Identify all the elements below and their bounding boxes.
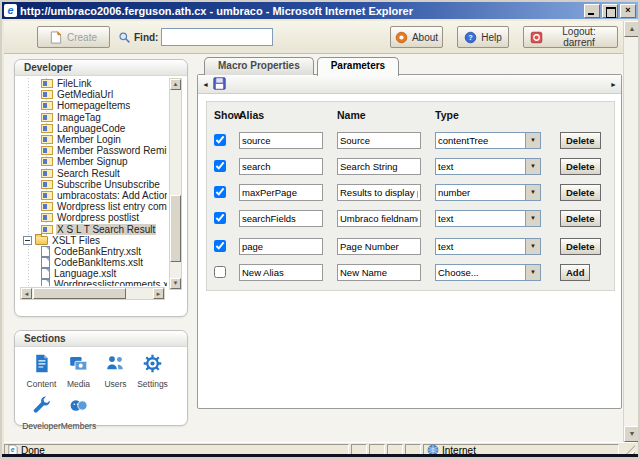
alias-input[interactable] bbox=[239, 132, 323, 149]
type-select[interactable]: text▼ bbox=[435, 158, 541, 175]
dropdown-arrow-icon[interactable]: ▼ bbox=[525, 265, 540, 280]
type-select[interactable]: text▼ bbox=[435, 210, 541, 227]
dropdown-arrow-icon[interactable]: ▼ bbox=[525, 211, 540, 226]
delete-button[interactable]: Delete bbox=[560, 184, 601, 201]
collapse-toggle-icon[interactable] bbox=[23, 236, 32, 245]
tree-item-filelink[interactable]: FileLink bbox=[19, 78, 167, 89]
strip-right-arrow-icon[interactable]: ► bbox=[610, 81, 617, 88]
macro-icon bbox=[41, 157, 53, 166]
macro-icon bbox=[41, 202, 53, 211]
name-input[interactable] bbox=[337, 184, 421, 201]
dropdown-arrow-icon[interactable]: ▼ bbox=[525, 239, 540, 254]
tree-item-member-password-reminder[interactable]: Member Password Reminder bbox=[19, 145, 167, 156]
name-input[interactable] bbox=[337, 238, 421, 255]
tree-item-label: Search Result bbox=[56, 168, 121, 179]
show-checkbox[interactable] bbox=[214, 134, 226, 146]
tree-item-codebankentry-xslt[interactable]: CodeBankEntry.xslt bbox=[19, 246, 167, 257]
close-button[interactable]: × bbox=[620, 4, 636, 18]
browser-window: e http://umbraco2006.ferguson.ath.cx - u… bbox=[0, 0, 640, 459]
tree-item-subscribe-unsubscribe[interactable]: Subscribe Unsubscribe bbox=[19, 179, 167, 190]
name-input[interactable] bbox=[337, 264, 421, 281]
parameter-row: number▼Delete bbox=[207, 184, 614, 204]
tree-item-wordpress-list-entry-comments[interactable]: Wordpress list entry comments bbox=[19, 201, 167, 212]
window-title: http://umbraco2006.ferguson.ath.cx - umb… bbox=[20, 5, 584, 17]
delete-button[interactable]: Delete bbox=[560, 210, 601, 227]
tree-vertical-scrollbar[interactable]: ▲ ▼ bbox=[169, 78, 182, 290]
page-vertical-scrollbar[interactable]: ▲ ▼ bbox=[623, 21, 640, 442]
delete-button[interactable]: Delete bbox=[560, 158, 601, 175]
section-users[interactable]: Users bbox=[97, 353, 134, 391]
tab-macro-properties[interactable]: Macro Properties bbox=[204, 57, 314, 75]
tree-item-languagecode[interactable]: LanguageCode bbox=[19, 123, 167, 134]
create-button[interactable]: Create bbox=[37, 26, 110, 48]
section-media[interactable]: Media bbox=[60, 353, 97, 391]
macro-icon bbox=[41, 79, 53, 88]
scroll-up-icon[interactable]: ▲ bbox=[170, 79, 181, 90]
dropdown-arrow-icon[interactable]: ▼ bbox=[525, 185, 540, 200]
add-button[interactable]: Add bbox=[560, 264, 590, 281]
help-label: Help bbox=[481, 32, 502, 43]
scroll-down-icon[interactable]: ▼ bbox=[170, 278, 181, 289]
type-select[interactable]: Choose...▼ bbox=[435, 264, 541, 281]
find-input[interactable] bbox=[161, 28, 273, 46]
col-header-name: Name bbox=[337, 109, 366, 121]
section-label: Members bbox=[61, 421, 96, 431]
type-select-value: number bbox=[436, 187, 525, 198]
tree-item-member-signup[interactable]: Member Signup bbox=[19, 156, 167, 167]
about-button[interactable]: About bbox=[390, 26, 443, 48]
alias-input[interactable] bbox=[239, 184, 323, 201]
alias-input[interactable] bbox=[239, 264, 323, 281]
section-settings[interactable]: Settings bbox=[134, 353, 171, 391]
show-checkbox[interactable] bbox=[214, 240, 226, 252]
tree-item-member-login[interactable]: Member Login bbox=[19, 134, 167, 145]
alias-input[interactable] bbox=[239, 158, 323, 175]
name-input[interactable] bbox=[337, 210, 421, 227]
name-input[interactable] bbox=[337, 158, 421, 175]
file-icon bbox=[41, 279, 50, 286]
tree-item-search-result[interactable]: Search Result bbox=[19, 168, 167, 179]
dropdown-arrow-icon[interactable]: ▼ bbox=[525, 159, 540, 174]
macro-icon bbox=[41, 101, 53, 110]
maximize-button[interactable] bbox=[602, 4, 618, 18]
tree-scroll-thumb[interactable] bbox=[170, 195, 181, 262]
section-content[interactable]: Content bbox=[23, 353, 60, 391]
dropdown-arrow-icon[interactable]: ▼ bbox=[525, 133, 540, 148]
tree-item-umbracostats-add-action[interactable]: umbracostats: Add Action bbox=[19, 190, 167, 201]
show-checkbox[interactable] bbox=[214, 212, 226, 224]
show-checkbox[interactable] bbox=[214, 186, 226, 198]
tree-hscroll-thumb[interactable] bbox=[33, 288, 126, 299]
tree-item-wordpresslistcomments-xslt[interactable]: Wordpresslistcomments.xslt bbox=[19, 279, 167, 286]
help-button[interactable]: ? Help bbox=[457, 26, 509, 48]
minimize-button[interactable] bbox=[584, 4, 600, 18]
strip-left-arrow-icon[interactable]: ◄ bbox=[202, 81, 209, 88]
section-developer[interactable]: Developer bbox=[23, 395, 60, 433]
tree-item-label: Member Login bbox=[56, 134, 122, 145]
tree-item-codebankitems-xslt[interactable]: CodeBankItems.xslt bbox=[19, 257, 167, 268]
scroll-right-icon[interactable]: ► bbox=[153, 288, 164, 299]
tree-horizontal-scrollbar[interactable]: ◄ ► bbox=[20, 287, 165, 300]
scroll-left-icon[interactable]: ◄ bbox=[21, 288, 32, 299]
delete-button[interactable]: Delete bbox=[560, 238, 601, 255]
type-select[interactable]: text▼ bbox=[435, 238, 541, 255]
type-select[interactable]: number▼ bbox=[435, 184, 541, 201]
section-members[interactable]: Members bbox=[60, 395, 97, 433]
tree-item-imagetag[interactable]: ImageTag bbox=[19, 112, 167, 123]
type-select[interactable]: contentTree▼ bbox=[435, 132, 541, 149]
delete-button[interactable]: Delete bbox=[560, 132, 601, 149]
name-input[interactable] bbox=[337, 132, 421, 149]
tree-item-wordpress-postlist[interactable]: Wordpress postlist bbox=[19, 212, 167, 223]
show-checkbox[interactable] bbox=[214, 266, 226, 278]
alias-input[interactable] bbox=[239, 210, 323, 227]
logout-icon bbox=[530, 31, 543, 44]
tree-item-getmediaurl[interactable]: GetMediaUrl bbox=[19, 89, 167, 100]
tree-item-xslt-files[interactable]: XSLT Files bbox=[19, 235, 167, 246]
logout-button[interactable]: Logout: darrenf bbox=[523, 26, 618, 48]
alias-input[interactable] bbox=[239, 238, 323, 255]
show-checkbox[interactable] bbox=[214, 160, 226, 172]
tree-item-homepageitems[interactable]: HomepageItems bbox=[19, 100, 167, 111]
page-scroll-down-icon[interactable]: ▼ bbox=[624, 426, 640, 442]
page-scroll-up-icon[interactable]: ▲ bbox=[624, 21, 640, 37]
tab-parameters[interactable]: Parameters bbox=[317, 57, 399, 76]
tree-item-language-xslt[interactable]: Language.xslt bbox=[19, 268, 167, 279]
save-button[interactable] bbox=[211, 77, 227, 92]
